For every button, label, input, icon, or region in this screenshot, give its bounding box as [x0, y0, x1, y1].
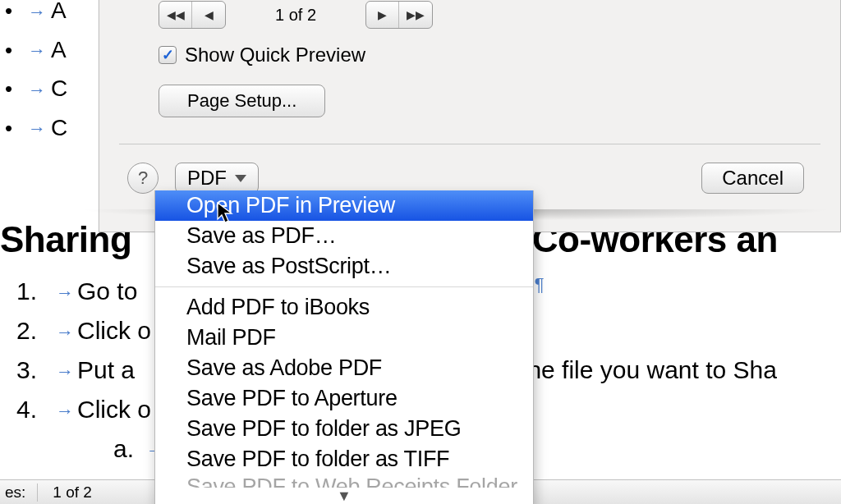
- menu-item-label: Save as PDF…: [186, 223, 336, 248]
- item-text: Go to: [77, 277, 137, 305]
- menu-item-save-pdf-to-aperture[interactable]: Save PDF to Aperture: [155, 383, 533, 414]
- tab-arrow-icon: →: [56, 282, 74, 303]
- tab-arrow-icon: →: [56, 361, 74, 382]
- menu-item-label: Save PDF to folder as JPEG: [186, 416, 461, 441]
- prev-page-button[interactable]: ◀: [192, 2, 225, 28]
- last-page-button[interactable]: ▶▶: [399, 2, 432, 28]
- bulleted-list: →A →A →C →C: [13, 0, 67, 148]
- button-label: Page Setup...: [187, 90, 296, 111]
- menu-item-save-as-postscript[interactable]: Save as PostScript…: [155, 251, 533, 282]
- chevron-down-icon: [235, 175, 246, 182]
- menu-item-save-pdf-to-folder-as-jpeg[interactable]: Save PDF to folder as JPEG: [155, 414, 533, 444]
- checkbox-checked-icon[interactable]: ✓: [159, 46, 177, 64]
- help-button[interactable]: ?: [127, 163, 159, 194]
- item-text: Click o: [77, 396, 151, 423]
- item-letter: a.: [113, 430, 146, 468]
- list-item: →C: [13, 109, 67, 149]
- list-item-text: C: [51, 76, 67, 101]
- menu-separator: [155, 286, 533, 287]
- item-number: 2.: [16, 312, 56, 350]
- item-text: Click o: [77, 317, 151, 344]
- status-page-count: 1 of 2: [53, 483, 92, 502]
- tab-arrow-icon: →: [28, 80, 46, 100]
- tab-arrow-icon: →: [56, 322, 74, 342]
- status-left: es:: [5, 483, 38, 502]
- menu-scroll-down-icon[interactable]: ▼: [155, 488, 533, 504]
- item-text: the file you want to Sha: [521, 356, 777, 383]
- list-item-text: C: [51, 115, 67, 140]
- menu-item-label: Save as Adobe PDF: [186, 355, 382, 380]
- tab-arrow-icon: →: [28, 118, 46, 139]
- menu-item-label: Mail PDF: [186, 325, 276, 350]
- next-page-buttons[interactable]: ▶ ▶▶: [365, 1, 433, 29]
- list-item: →C: [13, 70, 67, 109]
- menu-item-add-pdf-to-ibooks[interactable]: Add PDF to iBooks: [155, 292, 533, 323]
- tab-arrow-icon: →: [56, 401, 74, 421]
- pdf-dropdown-button[interactable]: PDF: [175, 163, 259, 194]
- first-page-button[interactable]: ◀◀: [159, 2, 192, 28]
- button-label: Cancel: [722, 167, 784, 189]
- cancel-button[interactable]: Cancel: [701, 163, 804, 194]
- page-nav-row: ◀◀ ◀ 1 of 2 ▶ ▶▶: [119, 1, 820, 29]
- menu-item-save-as-adobe-pdf[interactable]: Save as Adobe PDF: [155, 353, 533, 383]
- list-item-text: A: [51, 37, 67, 62]
- show-quick-preview-row[interactable]: ✓ Show Quick Preview: [119, 44, 820, 66]
- pdf-dropdown-menu: Open PDF in Preview Save as PDF… Save as…: [154, 190, 534, 504]
- menu-item-label: Save PDF to Aperture: [186, 386, 398, 410]
- menu-item-save-pdf-to-web-receipts[interactable]: Save PDF to Web Receipts Folder: [155, 474, 533, 488]
- prev-page-buttons[interactable]: ◀◀ ◀: [159, 1, 226, 29]
- question-icon: ?: [138, 167, 148, 189]
- checkbox-label: Show Quick Preview: [185, 44, 365, 66]
- next-page-button[interactable]: ▶: [366, 2, 399, 28]
- tab-arrow-icon: →: [28, 2, 46, 22]
- item-number: 3.: [16, 351, 56, 389]
- list-item-text: A: [51, 0, 67, 23]
- menu-item-save-pdf-to-folder-as-tiff[interactable]: Save PDF to folder as TIFF: [155, 444, 533, 474]
- button-label: PDF: [187, 167, 227, 190]
- item-number: 4.: [16, 391, 56, 428]
- menu-item-label: Add PDF to iBooks: [186, 295, 370, 319]
- menu-item-label: Save PDF to folder as TIFF: [186, 447, 449, 471]
- menu-item-label: Save as PostScript…: [186, 254, 391, 278]
- page-setup-button[interactable]: Page Setup...: [159, 85, 325, 117]
- list-item: →A: [13, 31, 67, 71]
- menu-item-save-as-pdf[interactable]: Save as PDF…: [155, 221, 533, 251]
- page-indicator: 1 of 2: [275, 6, 316, 25]
- tab-arrow-icon: →: [28, 40, 46, 61]
- list-item: →A: [13, 0, 67, 31]
- menu-item-label: Save PDF to Web Receipts Folder: [186, 474, 517, 488]
- menu-item-open-pdf-in-preview[interactable]: Open PDF in Preview: [155, 190, 533, 221]
- menu-item-mail-pdf[interactable]: Mail PDF: [155, 323, 533, 353]
- item-text: Put a: [77, 356, 135, 383]
- menu-item-label: Open PDF in Preview: [186, 193, 395, 218]
- pilcrow-icon: ¶: [535, 274, 545, 295]
- item-number: 1.: [16, 273, 56, 310]
